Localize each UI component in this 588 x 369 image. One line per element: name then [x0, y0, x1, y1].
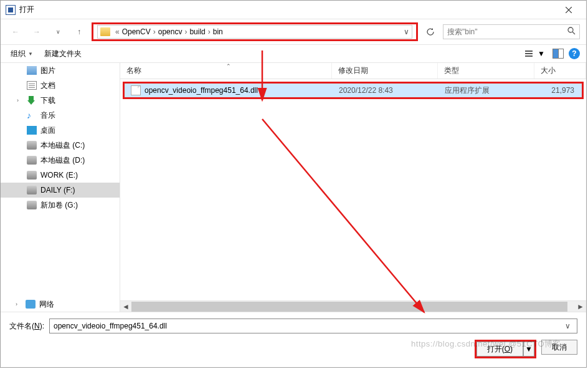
window-title: 打开: [19, 4, 556, 15]
title-bar: 打开: [1, 1, 586, 19]
sidebar-item-label: 下载: [40, 95, 55, 106]
new-folder-button[interactable]: 新建文件夹: [40, 47, 85, 60]
dl-icon: [27, 96, 37, 105]
sidebar-item-6[interactable]: 本地磁盘 (D:): [1, 153, 120, 168]
col-name[interactable]: 名称 ⌃: [120, 63, 332, 79]
filename-dropdown[interactable]: ∨: [562, 322, 573, 330]
file-row-highlight: opencv_videoio_ffmpeg451_64.dll 2020/12/…: [123, 82, 584, 99]
scroll-left-button[interactable]: ◄: [120, 301, 131, 312]
disk-icon: [27, 201, 37, 209]
disk-icon: [27, 171, 37, 180]
sidebar-item-9[interactable]: 新加卷 (G:): [1, 198, 120, 213]
forward-button[interactable]: →: [28, 23, 45, 41]
search-placeholder: 搜索"bin": [447, 27, 478, 37]
organize-button[interactable]: 组织▼: [7, 47, 37, 60]
recent-dropdown[interactable]: ∨: [49, 23, 67, 41]
close-button[interactable]: [556, 1, 581, 19]
sidebar-item-label: 本地磁盘 (D:): [40, 155, 85, 166]
network-icon: [26, 300, 36, 309]
sidebar-item-0[interactable]: 图片: [1, 63, 120, 78]
crumb-3[interactable]: bin: [212, 27, 224, 36]
sidebar-item-label: 新加卷 (G:): [40, 200, 78, 211]
caret-icon: ›: [17, 97, 23, 103]
filename-input[interactable]: opencv_videoio_ffmpeg451_64.dll ∨: [49, 319, 577, 333]
sidebar-item-label: 音乐: [40, 110, 55, 121]
file-icon: [131, 85, 141, 95]
file-size: 21,973: [535, 86, 582, 95]
address-dropdown[interactable]: ∨: [404, 27, 409, 36]
search-input[interactable]: 搜索"bin": [443, 24, 580, 39]
sidebar-item-8[interactable]: DAILY (F:): [1, 183, 120, 198]
file-list-pane: 名称 ⌃ 修改日期 类型 大小 opencv_videoio_ffmpeg451…: [120, 63, 586, 312]
filename-label: 文件名(N):: [9, 321, 44, 332]
music-icon: ♪: [27, 111, 37, 120]
sidebar-item-label: 本地磁盘 (C:): [40, 140, 85, 151]
crumb-0[interactable]: OpenCV: [121, 27, 152, 36]
sidebar-item-label: DAILY (F:): [40, 186, 75, 194]
chevron-icon: ›: [152, 27, 157, 36]
chevron-icon: ›: [183, 27, 188, 36]
back-button[interactable]: ←: [7, 23, 24, 41]
sidebar-item-label: 桌面: [40, 125, 55, 136]
preview-pane-button[interactable]: [552, 49, 564, 59]
address-bar[interactable]: « OpenCV › opencv › build › bin ∨: [97, 25, 412, 39]
doc-icon: [27, 81, 37, 90]
disk-icon: [27, 141, 37, 150]
app-icon: [6, 5, 16, 15]
toolbar: 组织▼ 新建文件夹 ▼ ?: [1, 44, 586, 63]
chevron-icon: ›: [207, 27, 212, 36]
search-icon: [567, 27, 576, 37]
sidebar-item-1[interactable]: 文档: [1, 78, 120, 93]
address-bar-highlight: « OpenCV › opencv › build › bin ∨: [92, 22, 418, 41]
chevron-down-icon: ▼: [28, 51, 33, 57]
crumb-2[interactable]: build: [188, 27, 206, 36]
disk-icon: [27, 186, 37, 194]
folder-icon: [100, 27, 110, 36]
svg-rect-2: [525, 53, 533, 54]
caret-icon: ›: [16, 301, 22, 307]
col-date[interactable]: 修改日期: [332, 63, 438, 79]
file-row[interactable]: opencv_videoio_ffmpeg451_64.dll 2020/12/…: [125, 84, 582, 97]
sidebar-item-2[interactable]: ›下载: [1, 93, 120, 108]
sort-indicator: ⌃: [226, 63, 231, 69]
crumb-1[interactable]: opencv: [157, 27, 184, 36]
file-name: opencv_videoio_ffmpeg451_64.dll: [145, 86, 258, 95]
desk-icon: [27, 126, 37, 135]
sidebar-item-5[interactable]: 本地磁盘 (C:): [1, 138, 120, 153]
file-date: 2020/12/22 8:43: [333, 86, 439, 95]
chevron-down-icon: ▼: [538, 49, 545, 58]
scroll-right-button[interactable]: ►: [575, 301, 586, 312]
col-size[interactable]: 大小: [534, 63, 586, 79]
file-type: 应用程序扩展: [439, 85, 535, 96]
col-type[interactable]: 类型: [438, 63, 534, 79]
scroll-thumb[interactable]: [131, 302, 567, 312]
breadcrumb[interactable]: « OpenCV › opencv › build › bin: [114, 27, 224, 36]
sidebar-item-7[interactable]: WORK (E:): [1, 168, 120, 183]
chevron-icon: «: [114, 27, 121, 36]
nav-bar: ← → ∨ ↑ « OpenCV › opencv › build › bin …: [1, 19, 586, 44]
sidebar-item-4[interactable]: 桌面: [1, 123, 120, 138]
pic-icon: [27, 66, 37, 75]
horizontal-scrollbar[interactable]: ◄ ►: [120, 300, 586, 312]
help-button[interactable]: ?: [569, 48, 580, 59]
disk-icon: [27, 156, 37, 165]
svg-point-0: [568, 27, 573, 32]
sidebar: 图片文档›下载♪音乐桌面本地磁盘 (C:)本地磁盘 (D:)WORK (E:)D…: [1, 63, 120, 312]
watermark: https://blog.csdn.net/wei @51CTO博客: [411, 338, 561, 350]
sidebar-item-label: 文档: [40, 80, 55, 91]
sidebar-item-label: 图片: [40, 65, 55, 76]
sidebar-item-label: WORK (E:): [40, 171, 78, 180]
svg-rect-3: [525, 55, 533, 57]
sidebar-item-3[interactable]: ♪音乐: [1, 108, 120, 123]
column-headers: 名称 ⌃ 修改日期 类型 大小: [120, 63, 586, 79]
up-button[interactable]: ↑: [70, 23, 88, 41]
svg-rect-1: [525, 50, 533, 52]
scroll-track[interactable]: [131, 302, 575, 312]
sidebar-network[interactable]: › 网络: [1, 297, 120, 312]
view-mode-button[interactable]: ▼: [523, 48, 548, 59]
refresh-button[interactable]: [422, 23, 439, 41]
